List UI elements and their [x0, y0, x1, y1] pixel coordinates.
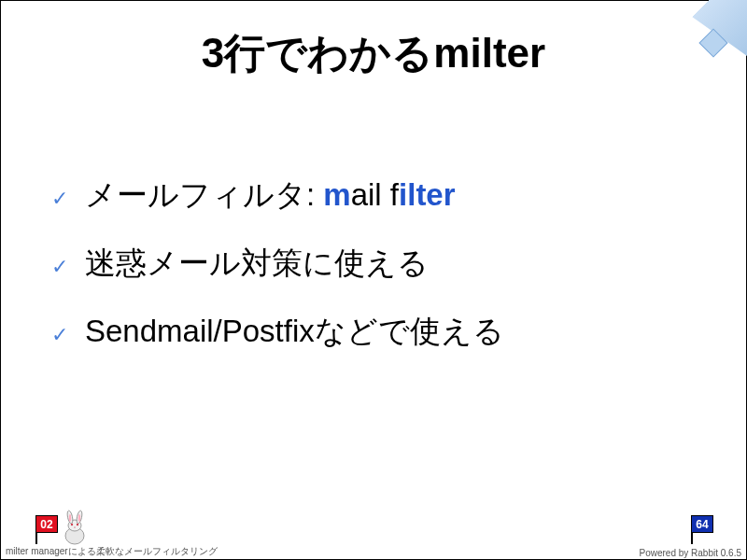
footer-right-text: Powered by Rabbit 0.6.5 — [639, 548, 741, 558]
checkmark-icon: ✓ — [51, 323, 68, 347]
highlight-ilter: ilter — [399, 177, 456, 212]
current-page-number: 02 — [35, 515, 58, 533]
bullet-text: メールフィルタ: mail filter — [85, 175, 456, 217]
bullet-item-3: ✓ Sendmail/Postfixなどで使える — [51, 311, 696, 353]
checkmark-icon: ✓ — [51, 255, 68, 279]
slide-content: ✓ メールフィルタ: mail filter ✓ 迷惑メール対策に使える ✓ S… — [0, 81, 747, 353]
rabbit-mascot-icon — [56, 510, 93, 547]
bullet-text: 迷惑メール対策に使える — [85, 243, 429, 285]
corner-decoration — [616, 0, 747, 84]
svg-point-4 — [69, 514, 71, 522]
svg-point-8 — [74, 526, 76, 527]
flag-pole — [35, 533, 37, 544]
total-pages-flag: 64 — [691, 515, 717, 543]
footer-left-text: milter managerによる柔軟なメールフィルタリング — [6, 545, 218, 558]
svg-point-7 — [77, 524, 78, 525]
total-pages-number: 64 — [691, 515, 713, 533]
highlight-m: m — [323, 177, 350, 212]
corner-cube-icon — [698, 28, 727, 57]
flag-pole — [691, 533, 693, 544]
bullet-text: Sendmail/Postfixなどで使える — [85, 311, 504, 353]
svg-point-5 — [78, 514, 80, 522]
checkmark-icon: ✓ — [51, 187, 68, 211]
bullet-item-2: ✓ 迷惑メール対策に使える — [51, 243, 696, 285]
bullet-item-1: ✓ メールフィルタ: mail filter — [51, 175, 696, 217]
slide-footer: 02 64 milter managerによる柔軟なメールフィルタリング Pow… — [0, 509, 747, 560]
svg-point-6 — [71, 524, 73, 525]
